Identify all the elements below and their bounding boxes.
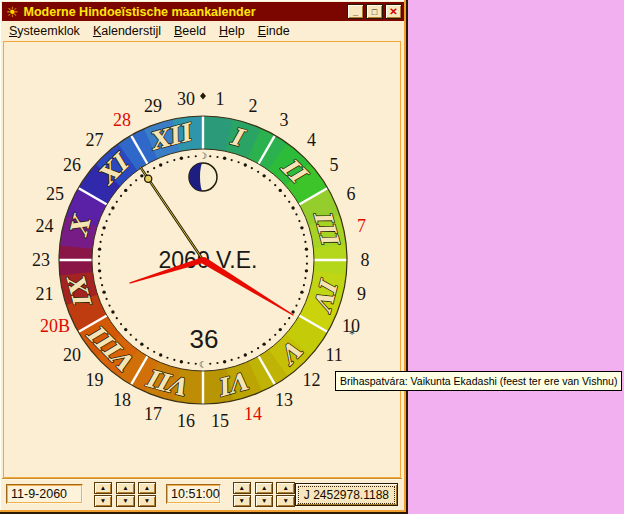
ring-dot: [303, 284, 305, 286]
spin-down-button[interactable]: ▼: [94, 495, 112, 507]
ring-dot: [180, 157, 183, 160]
ring-dot: [298, 220, 300, 222]
ring-dot: [130, 184, 132, 186]
ring-dot: [159, 353, 162, 356]
ring-dot: [173, 359, 175, 361]
day-number-label: 36: [190, 324, 219, 354]
ring-dot: [166, 161, 168, 163]
spin-up-button[interactable]: ▲: [138, 482, 156, 494]
ring-dot: [124, 189, 127, 192]
ring-dot: [105, 298, 107, 300]
tithi-label: 12: [302, 370, 320, 390]
menu-beeld[interactable]: Beeld: [169, 22, 211, 40]
ring-dot: [166, 357, 168, 359]
ring-dot: [101, 234, 103, 236]
time-input[interactable]: 10:51:00: [166, 484, 221, 504]
tithi-label: 21: [36, 284, 54, 304]
ring-dot: [306, 255, 308, 257]
spin-up-button[interactable]: ▲: [233, 482, 251, 494]
tithi-label: 4: [307, 130, 316, 150]
tithi-label: 9: [357, 284, 366, 304]
close-button[interactable]: ✕: [385, 4, 402, 19]
ring-dot: [108, 304, 110, 306]
menu-kalenderstijl[interactable]: Kalenderstijl: [88, 22, 166, 40]
time-second-spinner: ▲ ▼: [276, 482, 294, 507]
ring-dot: [130, 334, 132, 336]
ring-dot: [244, 353, 247, 356]
menu-einde[interactable]: Einde: [253, 22, 295, 40]
tithi-label: 23: [32, 250, 50, 270]
sun-icon: ☀: [6, 5, 19, 19]
minimize-button[interactable]: _: [347, 4, 364, 19]
ring-dot: [305, 247, 308, 250]
tithi-dial[interactable]: IIIIIIIVVVIVIIVIIIIXXXIXII1234567891011*…: [3, 41, 403, 480]
spin-up-button[interactable]: ▲: [276, 482, 294, 494]
ring-dot: [279, 189, 282, 192]
ring-dot: [209, 155, 211, 157]
spin-up-button[interactable]: ▲: [116, 482, 134, 494]
ring-dot: [288, 317, 290, 319]
tithi-label: 17: [144, 404, 162, 424]
ring-dot: [274, 334, 276, 336]
spin-up-button[interactable]: ▲: [94, 482, 112, 494]
ring-dot: [306, 263, 308, 265]
spin-down-button[interactable]: ▼: [255, 495, 273, 507]
ring-dot: [257, 347, 259, 349]
ring-dot: [105, 220, 107, 222]
tithi-label-special: 7: [357, 216, 366, 236]
tithi-label: 13: [275, 390, 293, 410]
ring-dot: [173, 159, 175, 161]
ring-dot: [304, 241, 306, 243]
menu-help[interactable]: Help: [214, 22, 250, 40]
spin-up-button[interactable]: ▲: [255, 482, 273, 494]
tithi-label-special: 28: [113, 110, 131, 130]
ring-dot: [195, 155, 197, 157]
time-hour-spinner: ▲ ▼: [233, 482, 251, 507]
app-window: ☀ Moderne Hindoeïstische maankalender _ …: [0, 0, 408, 514]
ring-dot: [140, 342, 143, 345]
ring-dot: [99, 241, 101, 243]
ring-dot: [124, 328, 127, 331]
ring-dot: [147, 347, 149, 349]
ring-dot: [269, 339, 271, 341]
spin-down-button[interactable]: ▼: [138, 495, 156, 507]
tithi-label: 20: [63, 345, 81, 365]
spin-down-button[interactable]: ▼: [116, 495, 134, 507]
julian-day-label: J 2452978.1188: [298, 486, 395, 504]
ring-dot: [257, 171, 259, 173]
julian-day-button[interactable]: J 2452978.1188: [295, 483, 398, 506]
tithi-label: 29: [144, 96, 162, 116]
ring-dot: [291, 310, 294, 313]
date-input[interactable]: 11-9-2060: [6, 484, 83, 504]
ring-dot: [120, 195, 122, 197]
ring-dot: [231, 159, 233, 161]
ring-dot: [147, 171, 149, 173]
maximize-button[interactable]: □: [366, 4, 383, 19]
ring-dot: [284, 195, 286, 197]
quarter-moon-marker: ☽: [199, 359, 207, 369]
ring-dot: [244, 163, 247, 166]
ring-dot: [101, 284, 103, 286]
menu-systeemklok[interactable]: Systeemklok: [4, 22, 85, 40]
tithi-label: 26: [63, 155, 81, 175]
ring-dot: [300, 290, 303, 293]
ring-dot: [231, 359, 233, 361]
tithi-label-special: 14: [244, 404, 262, 424]
tithi-label: 27: [86, 130, 104, 150]
ring-dot: [116, 317, 118, 319]
ring-dot: [140, 174, 143, 177]
ring-dot: [284, 323, 286, 325]
date-year-spinner: ▲ ▼: [138, 482, 156, 507]
spin-down-button[interactable]: ▼: [276, 495, 294, 507]
tithi-label: 1: [215, 89, 224, 109]
ring-dot: [298, 298, 300, 300]
ring-dot: [269, 179, 271, 181]
hands-pivot: [200, 257, 206, 263]
title-bar[interactable]: ☀ Moderne Hindoeïstische maankalender _ …: [2, 2, 404, 21]
spin-down-button[interactable]: ▼: [233, 495, 251, 507]
tithi-label: 25: [46, 184, 64, 204]
ring-dot: [98, 255, 100, 257]
ring-dot: [251, 351, 253, 353]
window-title: Moderne Hindoeïstische maankalender: [24, 5, 345, 19]
ring-dot: [111, 206, 114, 209]
